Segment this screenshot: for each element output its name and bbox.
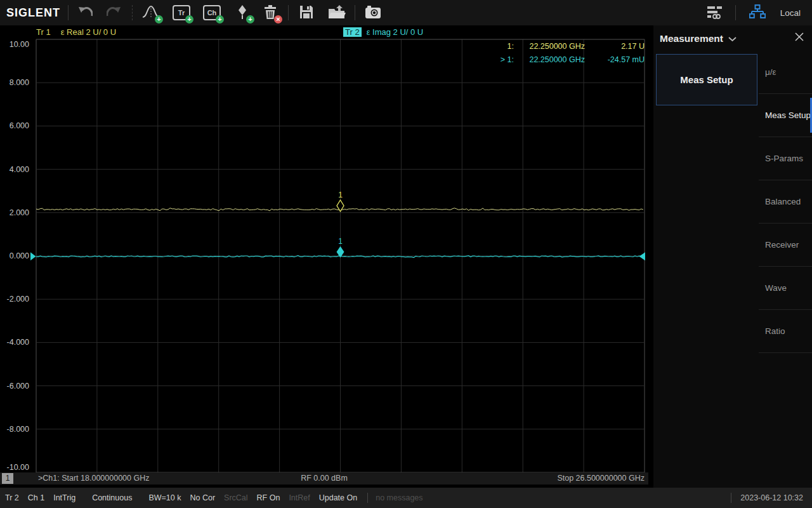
undo-button[interactable] [75, 3, 95, 22]
redo-button[interactable] [104, 3, 124, 22]
y-axis-label: 10.00 [0, 39, 29, 50]
y-axis-label: 4.000 [0, 164, 29, 175]
graph-region: Tr 1ε Real 2 U/ 0 U Tr 2ε Imag 2 U/ 0 U … [0, 25, 653, 485]
cross-badge-icon: × [274, 15, 282, 23]
close-icon [795, 32, 804, 43]
status-datetime: 2023-06-12 10:32 [740, 493, 803, 502]
status-item-srccal: SrcCal [224, 493, 248, 502]
menu-item-mu-epsilon[interactable]: μ/ε [759, 51, 812, 94]
add-marker-button[interactable]: + [232, 3, 252, 22]
menu-item-label: Meas Setup [765, 110, 811, 121]
tr-glyph: Tr [178, 9, 185, 17]
meas-setup-button[interactable]: Meas Setup [656, 54, 757, 105]
marker-readout: 1: 22.250000 GHz 2.17 U > 1: 22.250000 G… [492, 40, 645, 67]
plot-area[interactable]: 11 [0, 25, 653, 485]
menu-item-wave[interactable]: Wave [759, 267, 812, 310]
menu-item-s-params[interactable]: S-Params [759, 137, 812, 180]
status-bar: Tr 2Ch 1IntTrigContinuousBW=10 kNo CorSr… [0, 488, 812, 508]
status-items: Tr 2Ch 1IntTrigContinuousBW=10 kNo CorSr… [0, 493, 357, 502]
menu-item-ratio[interactable]: Ratio [759, 310, 812, 353]
status-item-update-on: Update On [319, 493, 357, 502]
menu-item-balanced[interactable]: Balanced [759, 180, 812, 224]
measurement-panel: Measurement Meas Setup μ/εMeas SetupS-Pa… [653, 25, 812, 488]
menu-item-label: μ/ε [765, 67, 776, 77]
menu-item-label: Ratio [765, 326, 785, 337]
marker1-tr2-label: 1 [338, 237, 343, 246]
toolbar-separator [355, 5, 355, 20]
chevron-down-icon[interactable] [728, 36, 737, 42]
toolbar-separator [288, 5, 289, 20]
plus-badge-icon: + [185, 15, 193, 23]
marker-frequency: 22.250000 GHz [514, 53, 585, 67]
lan-status-button[interactable] [747, 3, 768, 22]
status-item-continuous: Continuous [92, 493, 132, 502]
new-channel-button[interactable]: Ch + [202, 3, 222, 22]
channel-footer-bar: 1 >Ch1: Start 18.000000000 GHz RF 0.00 d… [0, 472, 648, 485]
siglent-logo: SIGLENT [6, 6, 60, 20]
menu-item-label: Receiver [765, 239, 799, 250]
status-separator [731, 493, 731, 503]
ref-level-right-indicator [639, 252, 646, 260]
new-trace-window-button[interactable]: Tr + [171, 3, 192, 22]
recall-button[interactable] [327, 3, 347, 22]
panel-close-button[interactable] [793, 32, 806, 44]
menu-item-meas-setup[interactable]: Meas Setup [759, 94, 812, 137]
status-item-no-cor: No Cor [190, 493, 215, 502]
lan-network-icon [749, 4, 766, 22]
status-item-intref: IntRef [289, 493, 310, 502]
y-axis-label: -10.00 [0, 462, 29, 472]
y-axis-label: -2.000 [0, 294, 29, 304]
layout-link-icon [707, 5, 723, 21]
screenshot-button[interactable] [363, 3, 383, 22]
marker-frequency: 22.250000 GHz [514, 40, 585, 53]
marker1-tr1-label: 1 [338, 190, 343, 199]
plus-badge-icon: + [246, 15, 254, 23]
panel-header: Measurement [660, 32, 737, 46]
y-axis-label: 6.000 [0, 121, 29, 131]
ref-level-left-indicator [30, 252, 36, 260]
delete-button[interactable]: × [260, 3, 280, 22]
status-item-tr2: Tr 2 [5, 493, 19, 502]
y-axis-label: -6.000 [0, 381, 29, 391]
marker-readout-row-tr2: > 1: 22.250000 GHz -24.57 mU [492, 53, 645, 67]
marker-value: -24.57 mU [585, 53, 645, 67]
status-item-inttrig: IntTrig [53, 493, 75, 502]
status-item-rf-on: RF On [257, 493, 280, 502]
y-axis-label: -8.000 [0, 424, 29, 434]
add-trace-button[interactable]: + [141, 3, 161, 22]
vna-application: SIGLENT [0, 0, 812, 508]
save-button[interactable] [296, 3, 317, 22]
menu-item-label: Balanced [765, 196, 801, 207]
layout-link-button[interactable] [705, 3, 725, 22]
y-axis-label: -4.000 [0, 337, 29, 347]
toolbar-separator [735, 5, 736, 20]
undo-icon [77, 5, 93, 21]
folder-open-icon [328, 4, 346, 22]
ch-glyph: Ch [207, 9, 217, 17]
menu-item-label: S-Params [765, 153, 803, 164]
marker-readout-row-tr1: 1: 22.250000 GHz 2.17 U [492, 40, 645, 53]
menu-item-receiver[interactable]: Receiver [759, 224, 812, 267]
marker-number-label: 1: [492, 40, 514, 53]
menu-item-label: Wave [765, 283, 787, 293]
toolbar-right-group: Local [705, 3, 812, 22]
marker-value: 2.17 U [585, 40, 645, 53]
y-axis-label: 8.000 [0, 77, 29, 88]
rf-power-label[interactable]: RF 0.00 dBm [0, 472, 648, 485]
measurement-menu: μ/εMeas SetupS-ParamsBalancedReceiverWav… [759, 51, 812, 353]
local-mode-label[interactable]: Local [780, 8, 801, 18]
toolbar-separator [68, 5, 69, 20]
y-axis-label: 0.000 [0, 251, 29, 261]
redo-icon [107, 5, 122, 21]
stop-frequency-label[interactable]: Stop 26.500000000 GHz [557, 472, 645, 485]
marker-number-label: > 1: [492, 53, 514, 67]
plus-badge-icon: + [155, 15, 163, 23]
status-item-ch1: Ch 1 [28, 493, 44, 502]
toolbar: SIGLENT [0, 0, 812, 25]
panel-title: Measurement [660, 33, 723, 44]
y-axis-label: 2.000 [0, 208, 29, 218]
status-message: no messages [376, 493, 422, 502]
status-separator [367, 493, 368, 503]
save-icon [299, 4, 314, 22]
plus-badge-icon: + [216, 15, 224, 23]
